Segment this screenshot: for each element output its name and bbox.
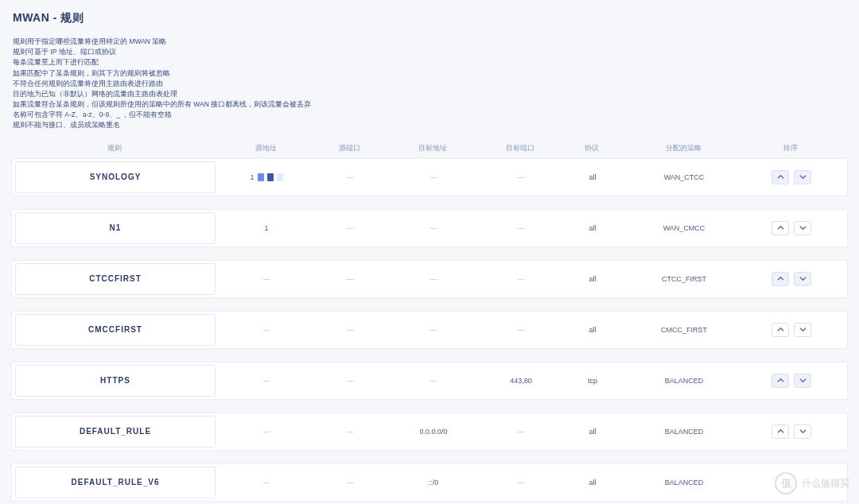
table-header: 规则 源地址 源端口 目标地址 目标端口 协议 分配的策略 排序 xyxy=(11,139,848,158)
cell-dest-addr: — xyxy=(386,326,481,334)
cell-src-addr: — xyxy=(219,326,314,334)
cell-rule: CTCCFIRST xyxy=(12,261,219,297)
col-policy: 分配的策略 xyxy=(624,144,743,153)
move-down-button[interactable] xyxy=(794,272,811,286)
cell-src-addr: 1 xyxy=(219,173,314,181)
description-line: 如果流量符合某条规则，但该规则所使用的策略中的所有 WAN 接口都离线，则该流量… xyxy=(13,99,846,110)
cell-src-port: — xyxy=(314,224,386,232)
cell-protocol: all xyxy=(561,224,624,232)
move-up-button[interactable] xyxy=(772,170,789,184)
bar-icon xyxy=(277,173,283,181)
rule-name-button[interactable]: CMCCFIRST xyxy=(15,314,216,346)
rule-name-button[interactable]: N1 xyxy=(15,212,216,244)
col-src-addr: 源地址 xyxy=(218,144,313,153)
table-row: DEFAULT_RULE_V6 ——::/0—allBALANCED xyxy=(11,463,848,502)
cell-dest-port: 443,80 xyxy=(481,377,561,385)
col-rule: 规则 xyxy=(11,144,218,153)
cell-sort xyxy=(744,170,839,184)
cell-sort xyxy=(744,221,839,235)
cell-sort xyxy=(744,374,839,388)
col-sort: 排序 xyxy=(743,144,838,153)
cell-policy: CMCC_FIRST xyxy=(624,326,744,334)
cell-policy: BALANCED xyxy=(624,479,744,487)
cell-sort xyxy=(744,425,839,439)
cell-src-port: — xyxy=(314,479,386,487)
cell-dest-addr: — xyxy=(386,377,481,385)
cell-protocol: all xyxy=(561,428,624,436)
cell-dest-port: — xyxy=(481,224,561,232)
cell-rule: HTTPS xyxy=(12,362,219,399)
rule-name-button[interactable]: SYNOLOGY xyxy=(15,161,216,193)
cell-sort xyxy=(744,272,839,286)
cell-protocol: all xyxy=(561,479,624,487)
move-down-button[interactable] xyxy=(794,323,811,337)
cell-policy: WAN_CMCC xyxy=(624,224,744,232)
description-line: 规则不能与接口、成员或策略重名 xyxy=(13,120,846,130)
cell-sort xyxy=(744,323,839,337)
cell-protocol: all xyxy=(561,326,624,334)
cell-src-port: — xyxy=(314,173,386,181)
move-down-button[interactable] xyxy=(794,221,811,235)
table-row: N1 1———allWAN_CMCC xyxy=(11,209,848,247)
description-line: 目的地为已知（非默认）网络的流量由主路由表处理 xyxy=(13,89,846,99)
bar-icon xyxy=(267,173,274,181)
cell-dest-port: — xyxy=(481,326,561,334)
cell-dest-addr: ::/0 xyxy=(386,479,481,487)
table-row: DEFAULT_RULE ——0.0.0.0/0—allBALANCED xyxy=(11,413,848,451)
cell-dest-port: — xyxy=(481,428,561,436)
cell-dest-addr: 0.0.0.0/0 xyxy=(386,428,481,436)
rule-name-button[interactable]: CTCCFIRST xyxy=(15,263,216,295)
rule-name-button[interactable]: DEFAULT_RULE xyxy=(15,416,216,448)
move-up-button[interactable] xyxy=(772,272,789,286)
move-up-button[interactable] xyxy=(772,323,789,337)
description-line: 规则可基于 IP 地址、端口或协议 xyxy=(13,47,846,57)
cell-rule: DEFAULT_RULE_V6 xyxy=(12,464,219,501)
page-title: MWAN - 规则 xyxy=(13,11,846,25)
move-up-button[interactable] xyxy=(772,374,789,388)
rule-name-button[interactable]: HTTPS xyxy=(15,365,216,397)
cell-src-addr: — xyxy=(219,479,314,487)
move-up-button[interactable] xyxy=(772,425,789,439)
col-dest-addr: 目标地址 xyxy=(385,144,480,153)
cell-rule: CMCCFIRST xyxy=(12,312,219,348)
table-row: SYNOLOGY 1 ———allWAN_CTCC xyxy=(11,158,848,196)
rules-table: 规则 源地址 源端口 目标地址 目标端口 协议 分配的策略 排序 SYNOLOG… xyxy=(11,139,848,502)
cell-src-addr: — xyxy=(219,377,314,385)
description-line: 名称可包含字符 A-Z、a-z、0-9、_ ，但不能有空格 xyxy=(13,110,846,120)
cell-policy: BALANCED xyxy=(624,428,744,436)
move-down-button[interactable] xyxy=(794,425,811,439)
col-protocol: 协议 xyxy=(560,144,624,153)
cell-policy: WAN_CTCC xyxy=(624,173,744,181)
table-row: CMCCFIRST ————allCMCC_FIRST xyxy=(11,311,848,349)
cell-src-port: — xyxy=(314,377,386,385)
bar-icon xyxy=(258,173,264,181)
cell-policy: CTCC_FIRST xyxy=(624,275,744,283)
table-row: CTCCFIRST ————allCTCC_FIRST xyxy=(11,260,848,298)
cell-policy: BALANCED xyxy=(624,377,744,385)
description-line: 不符合任何规则的流量将使用主路由表进行路由 xyxy=(13,79,846,89)
move-down-button[interactable] xyxy=(794,374,811,388)
description-line: 每条流量至上而下进行匹配 xyxy=(13,57,846,68)
cell-src-addr: 1 xyxy=(219,224,314,232)
cell-protocol: tcp xyxy=(561,377,624,385)
cell-rule: DEFAULT_RULE xyxy=(12,413,219,450)
description-block: 规则用于指定哪些流量将使用特定的 MWAN 策略规则可基于 IP 地址、端口或协… xyxy=(13,37,846,131)
cell-dest-port: — xyxy=(481,275,561,283)
cell-rule: SYNOLOGY xyxy=(12,159,219,196)
cell-rule: N1 xyxy=(12,210,219,246)
cell-protocol: all xyxy=(561,173,624,181)
move-up-button[interactable] xyxy=(772,221,789,235)
description-line: 如果匹配中了某条规则，则其下方的规则将被忽略 xyxy=(13,68,846,79)
cell-src-port: — xyxy=(314,326,386,334)
table-row: HTTPS ———443,80tcpBALANCED xyxy=(11,362,848,400)
col-dest-port: 目标端口 xyxy=(480,144,560,153)
cell-src-addr: — xyxy=(219,428,314,436)
cell-src-port: — xyxy=(314,428,386,436)
cell-dest-addr: — xyxy=(386,173,481,181)
cell-protocol: all xyxy=(561,275,624,283)
description-line: 规则用于指定哪些流量将使用特定的 MWAN 策略 xyxy=(13,37,846,47)
cell-src-addr: — xyxy=(219,275,314,283)
cell-dest-addr: — xyxy=(386,224,481,232)
rule-name-button[interactable]: DEFAULT_RULE_V6 xyxy=(15,467,216,498)
move-down-button[interactable] xyxy=(794,170,811,184)
